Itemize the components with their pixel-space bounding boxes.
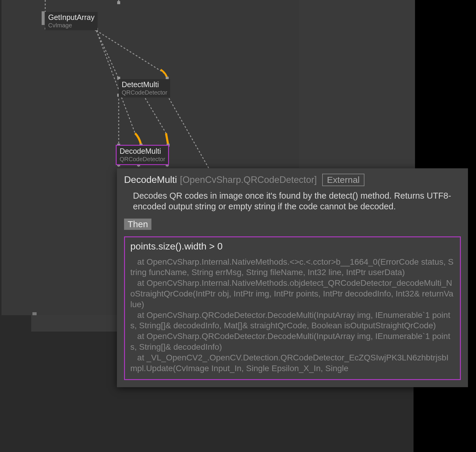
tooltip-header: DecodeMulti [OpenCvSharp.QRCodeDetector]… — [124, 174, 461, 186]
node-title: DetectMulti — [122, 81, 167, 89]
node-title: GetInputArray — [48, 13, 95, 22]
tooltip-panel: DecodeMulti [OpenCvSharp.QRCodeDetector]… — [117, 168, 468, 387]
tooltip-node-name: DecodeMulti — [124, 174, 177, 185]
node-subtitle: QRCodeDetector — [122, 89, 167, 96]
pin[interactable] — [117, 1, 120, 4]
tooltip-origin: [OpenCvSharp.QRCodeDetector] — [180, 175, 317, 185]
node-get-input-array[interactable]: GetInputArray CvImage — [45, 12, 98, 30]
then-badge: Then — [124, 219, 151, 230]
node-subtitle: CvImage — [48, 22, 95, 29]
node-title: DecodeMulti — [120, 147, 165, 156]
error-stacktrace: at OpenCvSharp.Internal.NativeMethods.<>… — [130, 257, 455, 374]
tooltip-description: Decodes QR codes in image once it's foun… — [133, 190, 461, 212]
node-subtitle: QRCodeDetector — [120, 156, 165, 162]
node-detect-multi[interactable]: DetectMulti QRCodeDetector — [119, 79, 170, 98]
patch-canvas[interactable]: GetInputArray CvImage DetectMulti QRCode… — [0, 0, 414, 452]
error-title: points.size().width > 0 — [130, 241, 455, 252]
node-decode-multi[interactable]: DecodeMulti QRCodeDetector — [116, 145, 169, 165]
error-box: points.size().width > 0 at OpenCvSharp.I… — [124, 236, 461, 380]
external-badge: External — [322, 174, 364, 186]
